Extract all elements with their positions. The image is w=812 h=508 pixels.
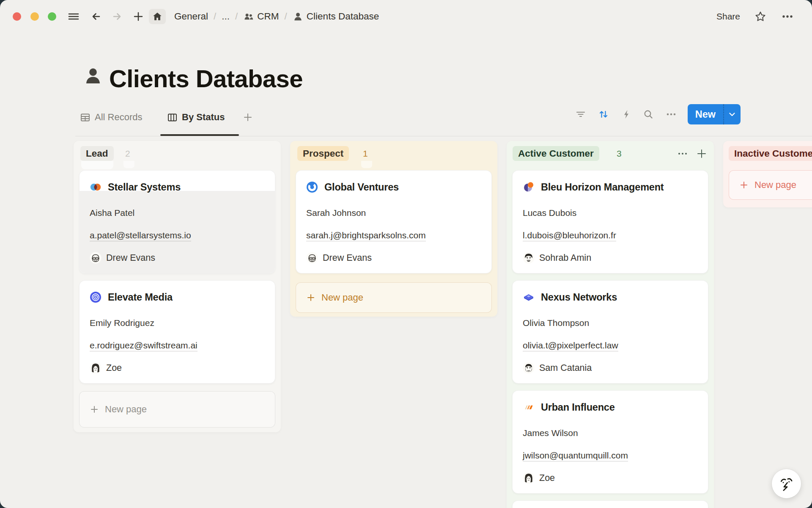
- breadcrumb-separator: /: [285, 11, 287, 22]
- filter-icon[interactable]: [575, 109, 586, 120]
- zoom-window-button[interactable]: [48, 12, 56, 21]
- column-label-tab: [81, 161, 113, 169]
- app-window: General / ... / CRM / Clients Database S…: [0, 0, 812, 508]
- board-icon: [167, 112, 178, 123]
- column-label-lead[interactable]: Lead: [80, 146, 114, 161]
- search-icon[interactable]: [643, 109, 654, 120]
- card-title: Urban Influence: [541, 402, 615, 413]
- card-email-link[interactable]: jwilson@quantumquill.com: [523, 450, 628, 461]
- company-icon-venn-circles: [90, 181, 102, 193]
- card-email-link[interactable]: olivia.t@pixelperfect.law: [523, 340, 618, 351]
- label-label: By Status: [182, 112, 225, 123]
- board-column-active-customer: Active Customer 3 Bleu Horizon Managemen…: [507, 141, 714, 508]
- card-urban-influence[interactable]: Urban Influence James Wilson jwilson@qua…: [512, 390, 708, 494]
- favorite-star-icon[interactable]: [754, 10, 767, 23]
- add-view-plus-icon[interactable]: [242, 111, 254, 123]
- new_label-label: New: [688, 109, 723, 120]
- column-count-tab: [361, 161, 372, 168]
- minimize-window-button[interactable]: [30, 12, 39, 21]
- page-icon-person[interactable]: [83, 66, 103, 86]
- card-owner: Sohrab Amin: [539, 253, 591, 263]
- company-icon-stripes: [523, 401, 535, 413]
- breadcrumb-separator: /: [235, 11, 238, 22]
- card-bleu-horizon-management[interactable]: Bleu Horizon Management Lucas Dubois l.d…: [512, 170, 708, 273]
- plus-icon: [739, 180, 749, 190]
- plus-icon: [306, 293, 315, 302]
- share-button[interactable]: Share: [716, 11, 740, 22]
- card-contact: Aisha Patel: [90, 208, 134, 218]
- card-email-link[interactable]: l.dubois@bleuhorizon.fr: [523, 230, 616, 241]
- titlebar-actions: Share: [716, 10, 794, 23]
- card-nexus-networks[interactable]: Nexus Networks Olivia Thompson olivia.t@…: [512, 280, 708, 384]
- people-icon: [243, 11, 254, 22]
- breadcrumb-item-ellipsis[interactable]: ...: [222, 11, 230, 22]
- new_page_label-label: New page: [754, 179, 796, 190]
- new-record-button[interactable]: New: [688, 104, 741, 124]
- card-owner: Zoe: [539, 473, 555, 483]
- column-label-inactive-customer[interactable]: Inactive Customer: [729, 146, 812, 161]
- card-email-link[interactable]: sarah.j@brightsparksolns.com: [306, 230, 426, 241]
- column-count: 3: [617, 146, 622, 161]
- avatar-sam-catania: [523, 362, 535, 374]
- avatar-zoe: [523, 472, 535, 484]
- breadcrumb: General / ... / CRM / Clients Database: [174, 10, 379, 23]
- close-window-button[interactable]: [13, 12, 21, 21]
- company-icon-blue-ring: [306, 181, 318, 193]
- column-count: 1: [363, 146, 368, 161]
- breadcrumb-item-general[interactable]: General: [174, 11, 208, 22]
- automation-lightning-icon[interactable]: [621, 109, 632, 120]
- forward-arrow-icon[interactable]: [111, 10, 123, 23]
- breadcrumb-item-clients-database[interactable]: Clients Database: [293, 11, 379, 22]
- card-title: Bleu Horizon Management: [541, 182, 664, 193]
- card-elevate-media[interactable]: Elevate Media Emily Rodriguez e.rodrigue…: [79, 280, 275, 384]
- card-title: Global Ventures: [324, 182, 399, 193]
- avatar-zoe: [90, 362, 102, 374]
- column-count: 2: [125, 146, 130, 161]
- tabs-divider: [75, 136, 812, 136]
- card-contact: James Wilson: [523, 428, 578, 438]
- card-email-link[interactable]: e.rodriguez@swiftstream.ai: [90, 340, 198, 351]
- avatar-sohrab-amin: [523, 252, 535, 264]
- column-options-dots-icon[interactable]: [677, 148, 689, 160]
- avatar-drew-evans: [306, 252, 318, 264]
- new-page-button[interactable]: New page: [296, 282, 492, 313]
- tab-all-records[interactable]: All Records: [80, 110, 142, 124]
- company-icon-layers: [523, 291, 535, 303]
- card-contact: Olivia Thompson: [523, 318, 589, 328]
- new-page-button[interactable]: New page: [79, 391, 275, 428]
- ai-assistant-button[interactable]: [772, 469, 801, 498]
- board-column-inactive-customer: Inactive Customer New page: [723, 141, 812, 207]
- breadcrumb-separator: /: [214, 11, 216, 22]
- card-title: Nexus Networks: [541, 292, 617, 303]
- card-partial[interactable]: [512, 500, 708, 508]
- column-count-tab: [123, 161, 134, 168]
- view-options-dots-icon[interactable]: [666, 109, 677, 120]
- column-add-card-plus-icon[interactable]: [696, 148, 708, 160]
- company-icon-spiral: [90, 291, 102, 303]
- card-contact: Sarah Johnson: [306, 208, 366, 218]
- new-tab-plus-icon[interactable]: [132, 10, 145, 23]
- board-column-prospect: Prospect 1 Global Ventures Sarah Johnson…: [290, 141, 497, 317]
- person-icon: [293, 11, 303, 22]
- new_page_label-label: New page: [321, 292, 363, 303]
- chevron-down-icon[interactable]: [727, 110, 737, 119]
- table-icon: [80, 112, 91, 123]
- label-label: All Records: [95, 112, 142, 123]
- card-owner: Zoe: [106, 363, 122, 373]
- card-owner: Sam Catania: [539, 363, 592, 373]
- sidebar-menu-icon[interactable]: [67, 10, 80, 23]
- card-stellar-systems[interactable]: Stellar Systems Aisha Patel a.patel@stel…: [79, 170, 275, 273]
- column-label-prospect[interactable]: Prospect: [297, 146, 349, 161]
- home-icon[interactable]: [149, 9, 166, 24]
- 2-label: CRM: [257, 11, 279, 22]
- card-global-ventures[interactable]: Global Ventures Sarah Johnson sarah.j@br…: [296, 170, 492, 273]
- column-label-active-customer[interactable]: Active Customer: [513, 146, 599, 161]
- tab-by-status[interactable]: By Status: [167, 110, 225, 124]
- new-page-button[interactable]: New page: [729, 170, 812, 200]
- breadcrumb-item-crm[interactable]: CRM: [243, 11, 279, 22]
- sort-icon[interactable]: [598, 109, 609, 120]
- card-email-link[interactable]: a.patel@stellarsystems.io: [90, 230, 191, 241]
- back-arrow-icon[interactable]: [90, 10, 102, 23]
- card-contact: Lucas Dubois: [523, 208, 576, 218]
- more-options-icon[interactable]: [781, 10, 794, 23]
